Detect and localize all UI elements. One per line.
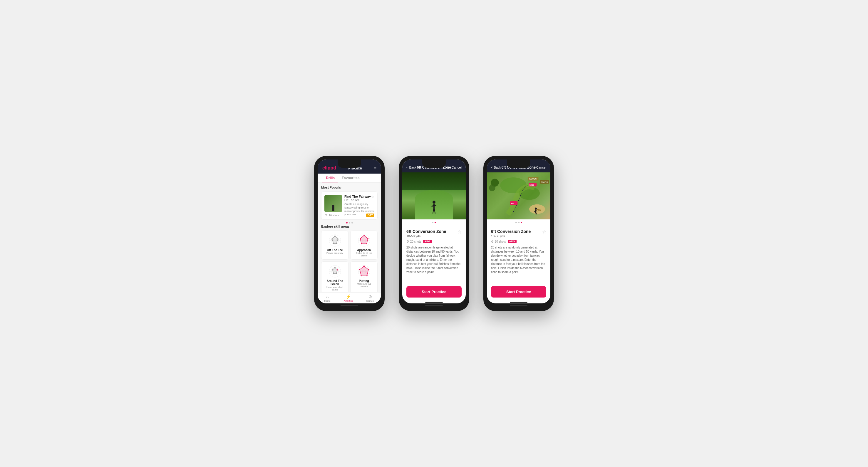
svg-point-12: [332, 238, 333, 240]
tab-drills[interactable]: Drills: [322, 174, 338, 182]
trees-bg: [402, 172, 466, 190]
golf-photo-bg: [402, 172, 466, 220]
detail-star-icon-3[interactable]: ☆: [542, 229, 546, 235]
map-dots: [487, 221, 550, 224]
detail-description: 20 shots are randomly generated at dista…: [406, 245, 462, 274]
skill-icon-putting: [353, 264, 375, 279]
skill-sub-putting: Make and lag practice: [353, 282, 375, 288]
skill-name-putting: Putting: [353, 279, 375, 282]
phone-1: clippd Practice ≡ Drills Favourites Most…: [314, 156, 384, 311]
nav-home[interactable]: ⌂ Home: [324, 294, 330, 302]
drill-thumb: [324, 195, 342, 212]
drill-title: Find The Fairway: [344, 195, 374, 199]
dot-p3-3: [521, 222, 522, 223]
svg-point-68: [535, 208, 537, 210]
dot-p2-2: [435, 222, 436, 223]
back-button-3[interactable]: < Back: [491, 166, 501, 169]
svg-point-52: [433, 201, 435, 204]
detail-range: 10-50 yds: [406, 234, 446, 238]
dot-1: [346, 222, 348, 224]
svg-text:Miss: Miss: [529, 184, 534, 186]
svg-marker-33: [333, 268, 337, 273]
most-popular-label: Most Popular: [321, 186, 378, 189]
dot-3: [351, 222, 353, 224]
skill-approach[interactable]: Approach Dial-in to hit the green: [350, 231, 378, 260]
skill-icon-approach: [353, 233, 375, 248]
detail-description-3: 20 shots are randomly generated at dista…: [491, 245, 546, 274]
scene: clippd Practice ≡ Drills Favourites Most…: [302, 138, 566, 329]
dot-p3-1: [516, 222, 517, 223]
nav-capture-label: Capture: [366, 300, 374, 302]
back-button[interactable]: < Back: [406, 166, 416, 169]
skill-name-ott: Off The Tee: [324, 248, 346, 252]
svg-line-56: [433, 209, 434, 213]
svg-point-47: [364, 266, 365, 267]
skill-around-green[interactable]: Around The Green Hone your short game: [321, 261, 348, 292]
svg-point-9: [337, 238, 339, 240]
skill-sub-approach: Dial-in to hit the green: [353, 252, 375, 257]
detail-title-3: 6ft Conversion Zone: [491, 229, 531, 234]
skill-sub-atg: Hone your short game: [324, 286, 346, 291]
home-icon: ⌂: [326, 294, 329, 299]
skill-sub-ott: Power accuracy: [324, 252, 346, 254]
svg-rect-53: [433, 204, 435, 209]
dot-2: [349, 222, 350, 224]
svg-point-23: [366, 243, 367, 244]
svg-point-48: [368, 269, 369, 270]
nav-home-label: Home: [324, 300, 330, 302]
svg-marker-20: [360, 236, 368, 244]
detail-range-3: 10-50 yds: [491, 234, 531, 238]
svg-text:Hit: Hit: [511, 202, 514, 205]
home-bar-3: [510, 305, 527, 306]
drill-thumb-bg: [324, 195, 342, 212]
menu-icon[interactable]: ≡: [374, 166, 376, 170]
favourite-star-icon[interactable]: ☆: [371, 195, 374, 199]
svg-marker-46: [360, 266, 369, 275]
card-dots: [321, 222, 378, 224]
phone-notch-2: [422, 160, 446, 168]
drill-card-main[interactable]: Find The Fairway Off The Tee Create an i…: [321, 192, 378, 220]
phone-notch-1: [338, 160, 361, 168]
svg-point-50: [361, 275, 362, 276]
drill-subtitle: Off The Tee: [344, 199, 374, 202]
home-bar-1: [341, 305, 358, 306]
svg-point-21: [364, 235, 365, 236]
skill-icon-atg: [324, 264, 346, 279]
drill-photo: [402, 172, 466, 220]
phone-3: < Back 6ft Conversion Zone Cancel: [484, 156, 554, 311]
shots-label: 10 shots: [329, 214, 364, 217]
svg-point-8: [334, 236, 336, 237]
cancel-button[interactable]: Cancel: [452, 166, 462, 169]
skill-icon-off-tee: [324, 233, 346, 248]
drill-tag-arg: ARG: [423, 240, 432, 243]
nav-capture[interactable]: ⊕ Capture: [366, 294, 374, 302]
drill-detail-body: 6ft Conversion Zone 10-50 yds ☆ ⏱ 20 sho…: [402, 226, 466, 284]
explore-label: Explore skill areas: [321, 225, 378, 228]
home-bar-2-inner: [425, 302, 443, 303]
shots-label-3: ⏱ 20 shots: [491, 240, 506, 243]
svg-point-10: [336, 243, 337, 244]
start-practice-button-3[interactable]: Start Practice: [491, 286, 546, 298]
svg-text:ROUGH: ROUGH: [541, 181, 548, 183]
detail-title: 6ft Conversion Zone: [406, 229, 446, 234]
skill-off-the-tee[interactable]: Off The Tee Power accuracy: [321, 231, 348, 260]
cancel-button-3[interactable]: Cancel: [536, 166, 546, 169]
tab-favourites[interactable]: Favourites: [338, 174, 363, 182]
svg-point-49: [366, 275, 368, 276]
start-practice-button[interactable]: Start Practice: [406, 286, 462, 298]
detail-shots-row: ⏱ 20 shots ARG: [406, 240, 462, 243]
nav-activities[interactable]: ⚡ Activities: [344, 294, 353, 302]
golfer-figure: [332, 205, 334, 211]
capture-icon: ⊕: [369, 294, 372, 299]
phone-1-screen: clippd Practice ≡ Drills Favourites Most…: [318, 160, 381, 303]
svg-point-24: [361, 243, 362, 244]
nav-activities-label: Activities: [344, 300, 353, 302]
drill-footer: ⏱ 10 shots OTT: [324, 213, 374, 217]
svg-point-34: [334, 267, 336, 268]
detail-star-icon[interactable]: ☆: [458, 229, 462, 235]
drill-tag: OTT: [366, 213, 374, 217]
golf-map-bg: SAND Hit Miss: [487, 172, 550, 220]
skill-putting[interactable]: Putting Make and lag practice: [350, 261, 378, 292]
svg-point-37: [333, 273, 334, 274]
shots-count: ⏱: [324, 214, 327, 217]
